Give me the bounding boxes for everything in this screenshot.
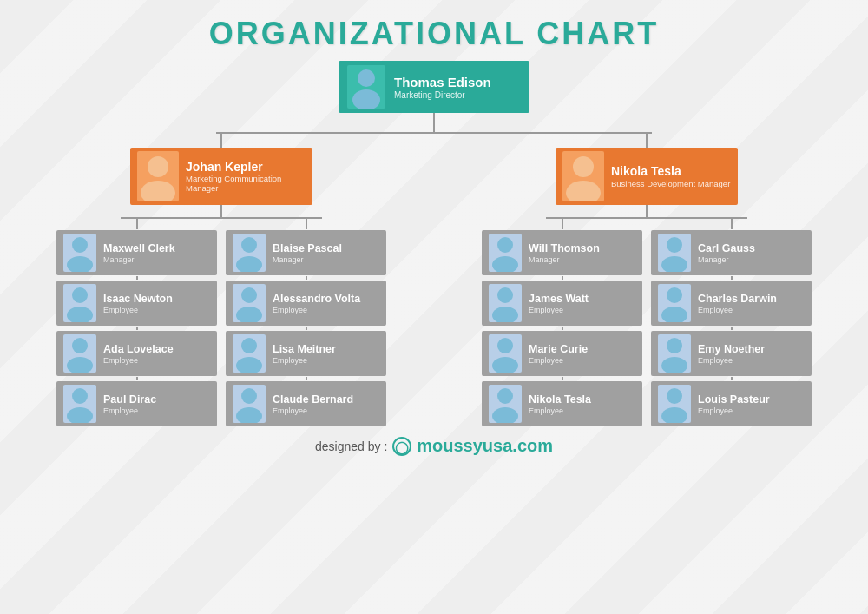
node-claude: Claude Bernard Employee [226, 381, 386, 426]
svg-point-33 [661, 307, 687, 322]
louis-icon [658, 385, 691, 423]
svg-point-10 [72, 388, 88, 404]
left-col1: Maxwell Clerk Manager [56, 219, 217, 427]
marie-role: Employee [529, 356, 588, 365]
svg-point-0 [358, 69, 375, 87]
blaise-info: Blaise Pascal Manager [273, 242, 342, 264]
node-will: Will Thomson Manager [482, 230, 642, 275]
nikola2-avatar [489, 385, 522, 423]
ada-avatar [63, 334, 96, 373]
rc2-v2 [731, 276, 733, 280]
right-subbranches: Will Thomson Manager [482, 219, 812, 427]
l2-left-person-icon [137, 151, 179, 201]
svg-point-26 [497, 338, 513, 353]
footer-label: designed by : [315, 439, 387, 453]
svg-point-13 [236, 256, 262, 272]
l2-right-info: Nikola Tesla Business Development Manage… [611, 164, 730, 188]
node-isaac: Isaac Newton Employee [56, 281, 217, 326]
node-james: James Watt Employee [482, 281, 642, 326]
isaac-name: Isaac Newton [103, 293, 173, 306]
nikola2-name: Nikola Tesla [529, 393, 591, 406]
claude-icon [233, 385, 266, 423]
svg-point-27 [492, 357, 518, 373]
emy-name: Emy Noether [698, 343, 765, 356]
emy-info: Emy Noether Employee [698, 343, 765, 365]
top-person-icon [347, 65, 385, 109]
maxwell-name: Maxwell Clerk [103, 242, 175, 255]
rc2-v4 [731, 377, 733, 380]
claude-info: Claude Bernard Employee [273, 393, 353, 415]
left-subbranches: Maxwell Clerk Manager [56, 219, 386, 427]
svg-point-35 [661, 357, 687, 373]
lisa-icon [233, 334, 266, 373]
top-info: Thomas Edison Marketing Director [394, 75, 491, 100]
left-col2: Blaise Pascal Manager [226, 219, 386, 427]
emy-icon [658, 334, 691, 373]
page-wrapper: ORGANIZATIONAL CHART Thomas Edison Marke… [0, 0, 868, 614]
maxwell-avatar [63, 234, 96, 272]
level2-left: Johan Kepler Marketing Communication Man… [130, 148, 312, 205]
alessandro-icon [233, 284, 266, 322]
carl-name: Carl Gauss [698, 242, 755, 255]
rc2-vline [731, 219, 733, 229]
svg-point-8 [72, 338, 88, 353]
rc1-v4 [562, 377, 563, 380]
svg-point-19 [236, 407, 262, 423]
l2-right-role: Business Development Manager [611, 179, 730, 188]
marie-name: Marie Curie [529, 343, 588, 356]
louis-avatar [658, 385, 691, 423]
svg-point-5 [67, 256, 93, 272]
rc2-v3 [731, 327, 733, 330]
will-role: Manager [529, 255, 600, 264]
louis-name: Louis Pasteur [698, 393, 770, 406]
l2-left-role: Marketing Communication Manager [186, 174, 306, 193]
svg-point-34 [667, 338, 682, 353]
carl-avatar [658, 234, 691, 272]
lc2-v2 [306, 276, 307, 280]
node-ada: Ada Lovelace Employee [56, 331, 217, 376]
svg-point-28 [497, 388, 513, 404]
svg-point-22 [497, 237, 513, 253]
james-avatar [489, 284, 522, 322]
carl-icon [658, 234, 691, 272]
ada-role: Employee [103, 356, 174, 365]
charles-info: Charles Darwin Employee [698, 293, 777, 314]
charles-avatar [658, 284, 691, 322]
node-paul: Paul Dirac Employee [56, 381, 217, 426]
svg-point-20 [573, 156, 594, 177]
blaise-role: Manager [273, 255, 342, 264]
isaac-info: Isaac Newton Employee [103, 293, 173, 314]
charles-role: Employee [698, 306, 777, 314]
top-avatar [347, 65, 385, 109]
svg-point-24 [497, 287, 513, 303]
top-role: Marketing Director [394, 90, 491, 100]
page-title: ORGANIZATIONAL CHART [0, 0, 868, 61]
lc1-vline [136, 219, 138, 229]
node-marie: Marie Curie Employee [482, 331, 642, 376]
nikola2-icon [489, 385, 522, 423]
nikola2-role: Employee [529, 406, 591, 415]
lc2-vline [306, 219, 307, 229]
svg-point-3 [141, 181, 175, 201]
charles-icon [658, 284, 691, 322]
top-level: Thomas Edison Marketing Director [9, 61, 859, 113]
nikola2-info: Nikola Tesla Employee [529, 393, 591, 415]
left-vline-top [220, 134, 222, 148]
rc1-vline [562, 219, 563, 229]
louis-info: Louis Pasteur Employee [698, 393, 770, 415]
l2-left-info: Johan Kepler Marketing Communication Man… [186, 160, 306, 194]
l2-left-avatar [137, 151, 179, 201]
paul-icon [63, 385, 96, 423]
emy-avatar [658, 334, 691, 373]
right-vline-top [646, 134, 648, 148]
carl-role: Manager [698, 255, 755, 264]
alessandro-name: Alessandro Volta [273, 293, 360, 306]
l2-left-name: Johan Kepler [186, 160, 306, 175]
svg-point-23 [492, 256, 518, 272]
svg-point-17 [236, 357, 262, 373]
svg-point-29 [492, 407, 518, 423]
marie-icon [489, 334, 522, 373]
louis-role: Employee [698, 406, 770, 415]
isaac-avatar [63, 284, 96, 322]
claude-name: Claude Bernard [273, 393, 353, 406]
